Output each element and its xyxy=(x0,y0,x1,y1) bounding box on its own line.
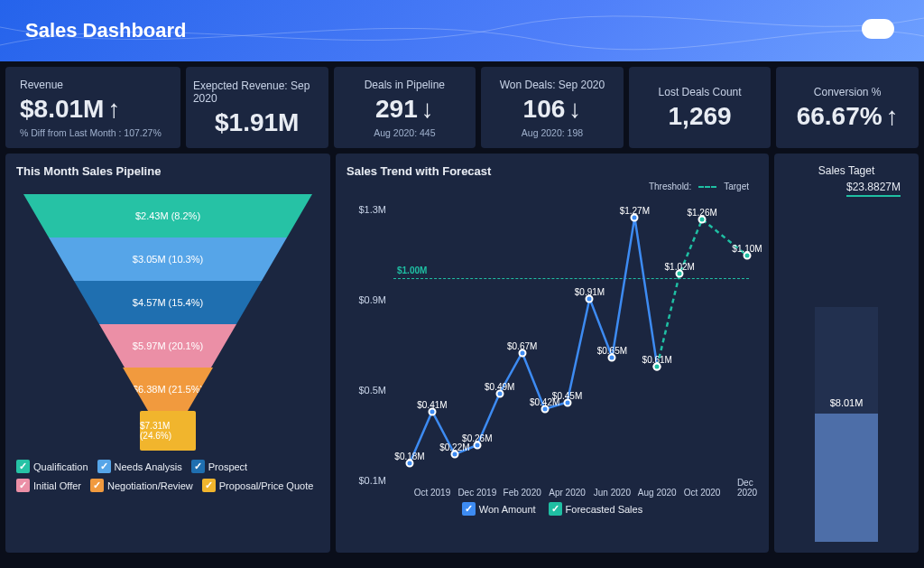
legend-label: Initial Offer xyxy=(33,480,81,491)
legend-item[interactable]: ✓Qualification xyxy=(16,460,88,473)
data-point-label: $1.02M xyxy=(665,262,695,272)
y-axis-tick: $0.5M xyxy=(346,385,386,396)
data-point-label: $0.65M xyxy=(597,345,627,355)
plot-area: $0.18M$0.41M$0.22M$0.26M$0.49M$0.67M$0.4… xyxy=(393,185,749,481)
kpi-label: Revenue xyxy=(20,79,63,91)
legend-label: Prospect xyxy=(208,461,247,472)
funnel-segment[interactable]: $5.97M (20.1%) xyxy=(99,324,236,368)
kpi-label: Exepcted Revenue: Sep 2020 xyxy=(193,79,321,105)
kpi-value: 106 xyxy=(523,95,582,124)
data-point-label: $0.45M xyxy=(552,390,582,400)
kpi-value: $1.91M xyxy=(215,108,299,137)
checkbox-icon: ✓ xyxy=(16,460,30,473)
data-point-label: $0.61M xyxy=(642,354,672,364)
data-point-label: $0.91M xyxy=(575,286,605,296)
data-point-label: $0.41M xyxy=(417,399,447,409)
checkbox-icon: ✓ xyxy=(549,502,562,516)
legend-label: Forecasted Sales xyxy=(566,504,643,515)
funnel-segment[interactable]: $7.31M (24.6%) xyxy=(140,411,196,451)
brand-logo-icon xyxy=(861,15,901,46)
kpi-conversion[interactable]: Conversion % 66.67% xyxy=(776,67,919,148)
kpi-value: 66.67% xyxy=(797,102,899,131)
kpi-label: Deals in Pipeline xyxy=(365,79,445,91)
checkbox-icon: ✓ xyxy=(90,479,104,492)
legend-label: Negotiation/Review xyxy=(107,480,193,491)
data-point-label: $0.49M xyxy=(485,381,514,391)
y-axis-tick: $0.1M xyxy=(346,475,386,486)
kpi-lost-deals[interactable]: Lost Deals Count 1,269 xyxy=(629,67,772,148)
funnel-chart[interactable]: $2.43M (8.2%)$3.05M (10.3%)$4.57M (15.4%… xyxy=(23,194,312,451)
data-point-label: $0.67M xyxy=(507,340,537,350)
data-point-label: $1.26M xyxy=(687,208,716,218)
kpi-value: 1,269 xyxy=(669,102,732,131)
kpi-row: Revenue $8.01M % Diff from Last Month : … xyxy=(0,61,924,154)
kpi-won-deals[interactable]: Won Deals: Sep 2020 106 Aug 2020: 198 xyxy=(481,67,624,148)
funnel-legend: ✓Qualification✓Needs Analysis✓Prospect✓I… xyxy=(16,460,319,492)
panel-title: Sales Trend with Forecast xyxy=(346,164,758,178)
target-bar-label: $8.01M xyxy=(830,397,864,408)
legend-item[interactable]: ✓Prospect xyxy=(191,460,247,473)
trend-panel: Sales Trend with Forecast Threshold: Tar… xyxy=(336,154,769,553)
x-axis-tick: Jun 2020 xyxy=(594,488,631,498)
target-bar-chart[interactable]: $8.01M xyxy=(815,305,878,542)
x-axis-tick: Feb 2020 xyxy=(504,488,541,498)
x-axis-tick: Dec 2020 xyxy=(737,478,757,498)
legend-item[interactable]: ✓Needs Analysis xyxy=(97,460,182,473)
kpi-sublabel: Aug 2020: 445 xyxy=(374,127,435,138)
legend-label: Needs Analysis xyxy=(115,461,182,472)
data-point-label: $1.10M xyxy=(732,244,762,254)
checkbox-icon: ✓ xyxy=(16,479,30,492)
target-bar-fill xyxy=(815,414,878,542)
kpi-value: $8.01M xyxy=(20,95,120,124)
data-point-label: $0.26M xyxy=(462,433,492,443)
funnel-panel: This Month Sales Pipeline $2.43M (8.2%)$… xyxy=(5,154,330,553)
page-title: Sales Dashboard xyxy=(25,19,187,42)
trend-legend: ✓Won Amount✓Forecasted Sales xyxy=(346,502,758,516)
funnel-segment[interactable]: $3.05M (10.3%) xyxy=(49,237,287,281)
funnel-segment[interactable]: $2.43M (8.2%) xyxy=(23,194,312,237)
kpi-label: Conversion % xyxy=(814,86,882,98)
panel-title: This Month Sales Pipeline xyxy=(16,164,319,178)
kpi-label: Lost Deals Count xyxy=(659,86,742,98)
checkbox-icon: ✓ xyxy=(97,460,111,473)
data-point-label: $0.18M xyxy=(394,452,424,461)
panel-title: Sales Taget xyxy=(818,164,875,177)
y-axis-tick: $1.3M xyxy=(346,204,386,215)
target-max-value: $23.8827M xyxy=(846,181,901,197)
kpi-value: 291 xyxy=(375,95,434,124)
checkbox-icon: ✓ xyxy=(202,479,216,492)
data-point-label: $1.27M xyxy=(620,205,650,215)
target-panel: Sales Taget $23.8827M $8.01M xyxy=(774,154,919,553)
kpi-label: Won Deals: Sep 2020 xyxy=(500,79,605,91)
x-axis-tick: Oct 2020 xyxy=(684,488,721,498)
trend-chart[interactable]: Threshold: Target $1.3M$0.9M$0.5M$0.1M$1… xyxy=(346,185,758,519)
x-axis-tick: Dec 2019 xyxy=(457,488,496,498)
x-axis-tick: Oct 2019 xyxy=(414,488,451,498)
funnel-segment[interactable]: $4.57M (15.4%) xyxy=(74,281,262,324)
y-axis-tick: $0.9M xyxy=(346,294,386,305)
legend-item[interactable]: ✓Won Amount xyxy=(462,502,536,516)
legend-label: Proposal/Price Quote xyxy=(219,480,314,491)
kpi-sublabel: % Diff from Last Month : 107.27% xyxy=(20,127,162,138)
x-axis-tick: Apr 2020 xyxy=(549,488,586,498)
legend-item[interactable]: ✓Forecasted Sales xyxy=(549,502,643,516)
funnel-segment[interactable]: $6.38M (21.5%) xyxy=(123,368,213,411)
kpi-sublabel: Aug 2020: 198 xyxy=(522,127,583,138)
checkbox-icon: ✓ xyxy=(191,460,205,473)
header: Sales Dashboard xyxy=(0,0,924,61)
legend-item[interactable]: ✓Initial Offer xyxy=(16,479,81,492)
kpi-deals-pipeline[interactable]: Deals in Pipeline 291 Aug 2020: 445 xyxy=(334,67,476,148)
legend-label: Qualification xyxy=(33,461,88,472)
kpi-revenue[interactable]: Revenue $8.01M % Diff from Last Month : … xyxy=(5,67,180,148)
checkbox-icon: ✓ xyxy=(462,502,476,516)
kpi-expected-revenue[interactable]: Exepcted Revenue: Sep 2020 $1.91M xyxy=(186,67,328,148)
data-point-label: $0.22M xyxy=(439,442,469,452)
x-axis-tick: Aug 2020 xyxy=(638,488,677,498)
legend-label: Won Amount xyxy=(479,504,536,515)
legend-item[interactable]: ✓Negotiation/Review xyxy=(90,479,193,492)
main-row: This Month Sales Pipeline $2.43M (8.2%)$… xyxy=(0,154,924,558)
legend-item[interactable]: ✓Proposal/Price Quote xyxy=(202,479,314,492)
